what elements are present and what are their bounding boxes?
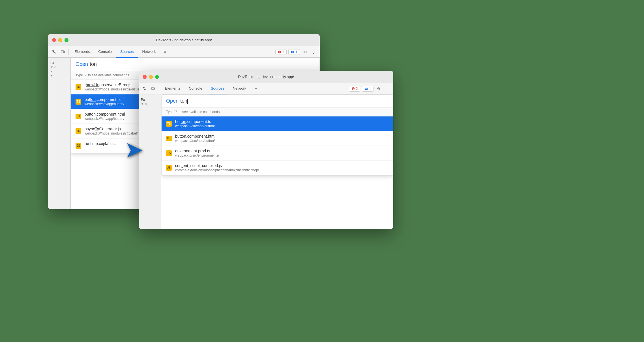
panel-area-front: Pa ▼ </ ick) </ap ick) ], None => rand +…	[139, 94, 393, 229]
message-count-back: 1	[295, 50, 297, 54]
cmd-input-row-front[interactable]: Open ton	[162, 95, 393, 108]
file-icon-2-front: TS	[166, 150, 172, 156]
cmd-item-info-2-front: environment.prod.ts webpack:///src/envir…	[175, 149, 219, 157]
error-badge-back: ✕ 2	[275, 49, 287, 55]
traffic-lights-front	[143, 75, 159, 79]
cmd-list-front: TS button.component.ts webpack:///src/ap…	[162, 116, 393, 175]
minimize-button-front[interactable]	[149, 75, 153, 79]
cmd-item-name-0-front: button.component.ts	[175, 119, 215, 124]
window-title-back: DevTools - ng-devtools.netlify.app/	[156, 38, 212, 42]
settings-icon-front[interactable]: ⚙	[375, 85, 383, 93]
error-count-front: 2	[356, 87, 358, 91]
file-icon-1-front: HT	[166, 136, 172, 141]
toolbar-divider-1	[68, 49, 69, 55]
svg-rect-10	[154, 88, 155, 89]
svg-rect-9	[152, 87, 154, 90]
cmd-item-name-4-back: runtime.cej4abc...	[85, 141, 116, 146]
cmd-prefix-front: Open	[166, 98, 179, 104]
cmd-item-path-0-front: webpack:///src/app/button/	[175, 124, 215, 128]
sidebar-label-front: Pa ▼ </	[140, 97, 160, 107]
file-icon-2-back: HT	[76, 114, 81, 119]
cmd-item-path-4-back: ...	[85, 146, 116, 150]
error-count-back: 2	[282, 50, 284, 54]
file-icon-0-front: TS	[166, 121, 172, 127]
cmd-item-path-1-back: webpack:///src/app/button/	[85, 102, 124, 106]
inspect-icon[interactable]	[50, 48, 58, 56]
cmd-typed-front: ton	[180, 98, 188, 104]
file-icon-3-back: JS	[76, 128, 81, 134]
cmd-item-info-3-back: asyncToGenerator.js webpack:///node_modu…	[85, 127, 138, 135]
title-bar-back: DevTools - ng-devtools.netlify.app/	[48, 34, 320, 46]
tab-elements-front[interactable]: Elements	[161, 83, 184, 94]
cmd-item-name-2-front: environment.prod.ts	[175, 149, 219, 153]
minimize-button-back[interactable]	[58, 38, 62, 42]
svg-text:✕: ✕	[278, 51, 280, 53]
main-content-front: ick) </ap ick) ], None => rand +x | Open…	[161, 94, 393, 229]
close-button-back[interactable]	[52, 38, 56, 42]
settings-icon-back[interactable]: ⚙	[301, 48, 309, 56]
more-icon-back[interactable]: ⋮	[310, 48, 317, 56]
file-icon-0-back: JS	[76, 84, 81, 90]
more-icon-front[interactable]: ⋮	[383, 85, 391, 93]
svg-rect-2	[64, 51, 65, 53]
cmd-item-name-0-back: throwUnobservableError.js	[85, 83, 144, 87]
maximize-button-front[interactable]	[155, 75, 159, 79]
tab-network-back[interactable]: Network	[138, 46, 160, 58]
svg-rect-1	[61, 51, 64, 53]
cmd-input-row-back[interactable]: Open ton	[71, 58, 319, 71]
svg-text:✕: ✕	[352, 88, 354, 90]
cmd-prefix-back: Open	[76, 61, 88, 67]
toolbar-back: Elements Console Sources Network » ✕ 2 1…	[48, 46, 320, 58]
tab-console-back[interactable]: Console	[94, 46, 116, 58]
sidebar-label-back: Pa ▼ </ ▼ ▼	[49, 60, 69, 78]
cmd-item-info-0-front: button.component.ts webpack:///src/app/b…	[175, 119, 215, 128]
cmd-item-name-1-front: button.component.html	[175, 134, 215, 138]
inspect-icon-front[interactable]	[141, 85, 149, 93]
file-icon-1-back: TS	[76, 99, 81, 105]
cmd-typed-back: ton	[90, 61, 97, 67]
cmd-item-name-3-front: content_script_compiled.js	[175, 163, 259, 168]
cmd-item-path-3-front: chrome-extension://noondiphcddnnabmjcihc…	[175, 168, 259, 172]
traffic-lights-back	[52, 38, 68, 42]
cmd-item-info-1-back: button.component.ts webpack:///src/app/b…	[85, 97, 124, 106]
toolbar-front: Elements Console Sources Network » ✕ 2 1…	[139, 83, 393, 94]
cmd-hint-front: Type '?' to see available commands	[162, 108, 393, 116]
cmd-item-path-1-front: webpack:///src/app/button/	[175, 139, 215, 143]
devtools-window-front: DevTools - ng-devtools.netlify.app/ Elem…	[139, 71, 393, 229]
cmd-item-info-1-front: button.component.html webpack:///src/app…	[175, 134, 215, 143]
close-button-front[interactable]	[143, 75, 147, 79]
cmd-item-name-2-back: button.component.html	[85, 112, 125, 116]
sidebar-back: Pa ▼ </ ▼ ▼	[48, 58, 71, 209]
maximize-button-back[interactable]	[65, 38, 68, 42]
window-title-front: DevTools - ng-devtools.netlify.app/	[238, 75, 294, 79]
message-count-front: 1	[369, 87, 371, 91]
message-badge-front: 1	[362, 86, 373, 92]
cmd-item-info-4-back: runtime.cej4abc... ...	[85, 141, 116, 150]
tab-console-front[interactable]: Console	[185, 83, 206, 94]
tab-elements-back[interactable]: Elements	[70, 46, 94, 58]
cmd-item-path-2-back: webpack:///src/app/button/	[85, 117, 125, 121]
cmd-item-name-1-back: button.component.ts	[85, 97, 124, 102]
error-badge-front: ✕ 2	[349, 86, 360, 92]
cmd-item-1-front[interactable]: HT button.component.html webpack:///src/…	[162, 131, 393, 146]
tab-sources-front[interactable]: Sources	[207, 83, 228, 94]
cmd-palette-front: Open ton Type '?' to see available comma…	[161, 94, 393, 176]
title-bar-front: DevTools - ng-devtools.netlify.app/	[139, 71, 393, 83]
device-icon[interactable]	[59, 48, 67, 56]
svg-rect-13	[365, 88, 368, 90]
file-icon-3-front: JS	[166, 165, 172, 171]
message-badge-back: 1	[288, 49, 300, 55]
cmd-item-info-2-back: button.component.html webpack:///src/app…	[85, 112, 125, 121]
tab-more-back[interactable]: »	[160, 46, 170, 58]
cmd-item-info-3-front: content_script_compiled.js chrome-extens…	[175, 163, 259, 172]
device-icon-front[interactable]	[149, 85, 157, 93]
tab-network-front[interactable]: Network	[229, 83, 250, 94]
cmd-item-info-0-back: throwUnobservableError.js webpack:///nod…	[85, 83, 144, 91]
arrow-indicator: ➤	[124, 138, 143, 161]
toolbar-divider-front	[159, 86, 159, 92]
tab-sources-back[interactable]: Sources	[116, 46, 138, 58]
cmd-item-2-front[interactable]: TS environment.prod.ts webpack:///src/en…	[162, 146, 393, 161]
cmd-item-3-front[interactable]: JS content_script_compiled.js chrome-ext…	[162, 161, 393, 175]
cmd-item-0-front[interactable]: TS button.component.ts webpack:///src/ap…	[162, 116, 393, 131]
tab-more-front[interactable]: »	[251, 83, 261, 94]
